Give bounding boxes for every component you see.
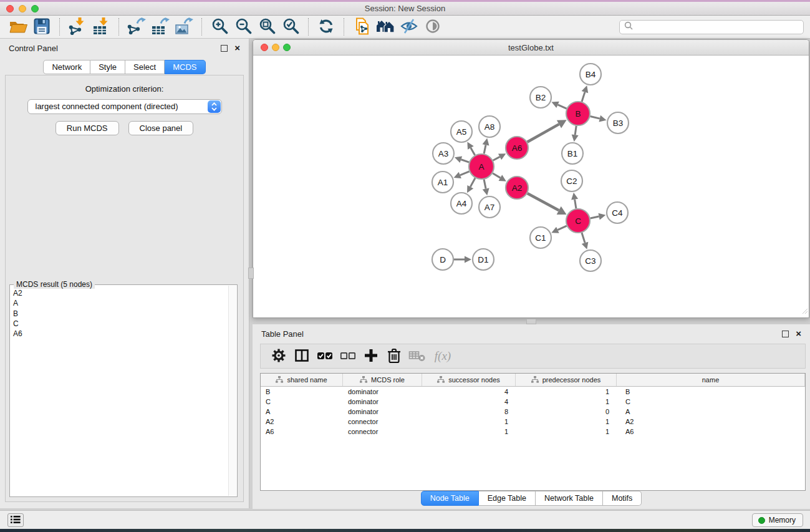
resize-grip-icon[interactable]: [801, 306, 808, 317]
minimize-button[interactable]: [19, 5, 26, 12]
graph-node-B[interactable]: B: [566, 102, 590, 125]
zoom-button[interactable]: [31, 5, 39, 12]
mcds-result-item[interactable]: A: [13, 298, 237, 308]
table-cell[interactable]: 1: [516, 398, 617, 405]
result-scrollbar[interactable]: [228, 286, 236, 496]
column-header-name[interactable]: name: [617, 374, 805, 386]
export-image-button[interactable]: [172, 17, 196, 37]
table-cell[interactable]: dominator: [343, 388, 422, 395]
table-cell[interactable]: A2: [617, 418, 805, 425]
graph-node-A3[interactable]: A3: [433, 143, 454, 164]
table-row[interactable]: Cdominator41C: [261, 397, 805, 407]
table-cell[interactable]: B: [617, 388, 805, 395]
table-cell[interactable]: 1: [422, 418, 516, 425]
table-cell[interactable]: C: [617, 398, 805, 405]
close-button[interactable]: [6, 5, 14, 12]
table-cell[interactable]: A: [261, 408, 343, 415]
tab-mcds[interactable]: MCDS: [165, 60, 205, 74]
close-panel-icon[interactable]: ×: [234, 44, 240, 52]
clone-network-button[interactable]: [350, 17, 374, 37]
tab-select[interactable]: Select: [125, 60, 165, 74]
network-canvas[interactable]: AA6A2BCA5A8A3A1A4A7B2B4B3B1C2C4C1C3DD1: [253, 56, 809, 317]
mcds-result-item[interactable]: A2: [13, 288, 237, 298]
table-row[interactable]: Adominator80A: [261, 407, 805, 417]
network-close-button[interactable]: [261, 44, 268, 51]
zoom-selected-button[interactable]: [279, 17, 302, 37]
tab-edge-table[interactable]: Edge Table: [479, 491, 536, 506]
save-session-button[interactable]: [30, 17, 54, 37]
table-cell[interactable]: connector: [343, 418, 422, 425]
run-mcds-button[interactable]: Run MCDS: [55, 121, 119, 135]
graph-node-B4[interactable]: B4: [580, 64, 601, 85]
import-table-button[interactable]: [89, 17, 113, 37]
search-input[interactable]: [636, 22, 799, 32]
graph-node-D1[interactable]: D1: [473, 249, 494, 270]
export-network-button[interactable]: [125, 17, 148, 37]
tab-style[interactable]: Style: [90, 60, 125, 74]
table-cell[interactable]: 4: [422, 388, 516, 395]
graph-node-A5[interactable]: A5: [451, 121, 472, 142]
table-cell[interactable]: B: [261, 388, 343, 395]
table-row[interactable]: A2connector11A2: [261, 417, 805, 427]
memory-button[interactable]: Memory: [752, 513, 803, 527]
close-panel-button[interactable]: Close panel: [128, 121, 194, 135]
vertical-splitter-handle[interactable]: [248, 268, 254, 279]
close-table-panel-icon[interactable]: ×: [796, 330, 801, 337]
split-columns-button[interactable]: [290, 346, 313, 366]
show-graphics-button[interactable]: [421, 17, 445, 37]
delete-button[interactable]: [382, 346, 405, 366]
graph-node-C3[interactable]: C3: [580, 250, 601, 271]
tab-network-table[interactable]: Network Table: [536, 491, 603, 506]
tab-network[interactable]: Network: [43, 60, 90, 74]
mcds-result-item[interactable]: A6: [13, 329, 237, 339]
zoom-in-button[interactable]: [208, 17, 231, 37]
hide-graphics-button[interactable]: [397, 17, 421, 37]
home-button[interactable]: [374, 17, 397, 37]
graph-node-C1[interactable]: C1: [530, 227, 551, 248]
search-field[interactable]: [619, 20, 804, 34]
table-cell[interactable]: A: [617, 408, 805, 415]
column-header-mcds-role[interactable]: MCDS role: [343, 374, 422, 386]
graph-node-B3[interactable]: B3: [607, 112, 629, 133]
column-header-successor-nodes[interactable]: successor nodes: [422, 374, 516, 386]
deselect-all-button[interactable]: [336, 346, 359, 366]
open-file-button[interactable]: [6, 17, 30, 37]
table-cell[interactable]: 1: [516, 428, 617, 435]
graph-node-B1[interactable]: B1: [562, 143, 583, 164]
float-panel-icon[interactable]: [221, 45, 228, 52]
table-cell[interactable]: 4: [422, 398, 516, 405]
network-minimize-button[interactable]: [272, 44, 279, 51]
table-row[interactable]: Bdominator41B: [261, 387, 805, 397]
refresh-button[interactable]: [314, 17, 338, 37]
table-cell[interactable]: 1: [516, 388, 617, 395]
table-cell[interactable]: connector: [343, 428, 422, 435]
export-table-button[interactable]: [148, 17, 172, 37]
mcds-result-item[interactable]: C: [13, 319, 237, 329]
criterion-dropdown[interactable]: largest connected component (directed): [27, 99, 222, 114]
table-cell[interactable]: 0: [516, 408, 617, 415]
mcds-result-item[interactable]: B: [13, 309, 237, 319]
graph-node-D[interactable]: D: [432, 249, 453, 270]
graph-node-A6[interactable]: A6: [506, 137, 528, 159]
table-cell[interactable]: 8: [422, 408, 516, 415]
network-graph[interactable]: AA6A2BCA5A8A3A1A4A7B2B4B3B1C2C4C1C3DD1: [253, 56, 809, 317]
table-cell[interactable]: A2: [261, 418, 343, 425]
table-cell[interactable]: dominator: [343, 398, 422, 405]
graph-node-C4[interactable]: C4: [607, 202, 628, 223]
graph-node-B2[interactable]: B2: [530, 87, 551, 108]
tab-node-table[interactable]: Node Table: [421, 491, 479, 506]
graph-node-C2[interactable]: C2: [561, 170, 582, 191]
table-cell[interactable]: 1: [422, 428, 516, 435]
table-row[interactable]: A6connector11A6: [261, 427, 805, 437]
graph-node-A2[interactable]: A2: [506, 177, 528, 199]
network-zoom-button[interactable]: [283, 44, 291, 51]
graph-node-A7[interactable]: A7: [479, 196, 500, 218]
table-cell[interactable]: A6: [261, 428, 343, 435]
zoom-fit-button[interactable]: [255, 17, 279, 37]
float-table-panel-icon[interactable]: [782, 331, 789, 337]
column-header-predecessor-nodes[interactable]: predecessor nodes: [516, 374, 617, 386]
table-cell[interactable]: dominator: [343, 408, 422, 415]
graph-node-C[interactable]: C: [566, 209, 590, 233]
import-network-button[interactable]: [65, 17, 89, 37]
select-all-button[interactable]: [313, 346, 336, 366]
